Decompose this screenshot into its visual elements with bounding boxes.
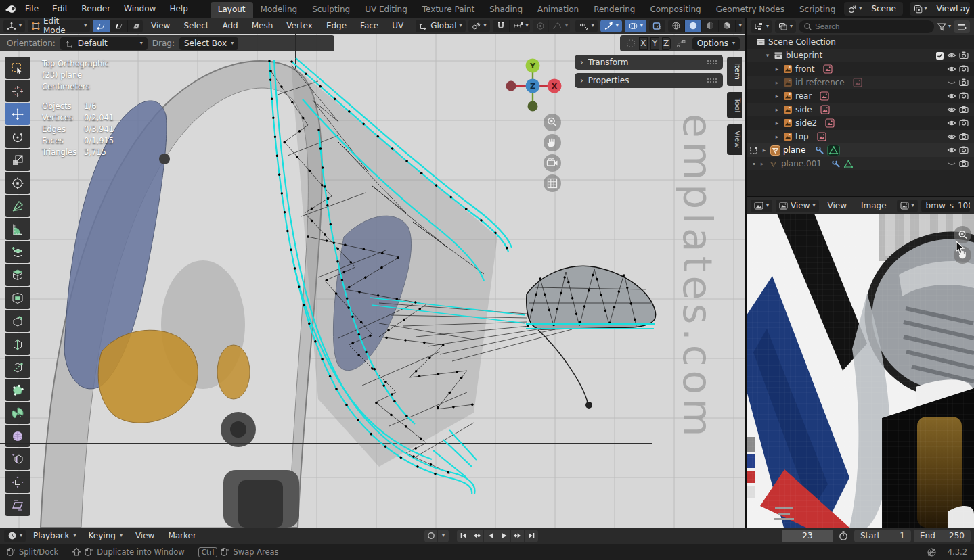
scene-type-dropdown[interactable]: ▾ bbox=[844, 2, 866, 16]
tool-edge-slide[interactable] bbox=[5, 448, 30, 470]
chevron-right-icon[interactable]: ▸ bbox=[759, 160, 766, 167]
eye-icon[interactable] bbox=[947, 64, 956, 74]
start-frame-field[interactable]: Start1 bbox=[854, 530, 911, 542]
menu-face[interactable]: Face bbox=[355, 21, 384, 30]
menu-vertex[interactable]: Vertex bbox=[281, 21, 318, 30]
menu-file[interactable]: File bbox=[19, 3, 45, 15]
tab-tool[interactable]: Tool bbox=[727, 92, 742, 118]
tab-rendering[interactable]: Rendering bbox=[586, 2, 642, 18]
panel-grip-icon[interactable] bbox=[707, 78, 717, 83]
options-dropdown[interactable]: Options ▾ bbox=[692, 37, 740, 50]
tool-extrude-region[interactable] bbox=[5, 264, 30, 286]
tool-loop-cut[interactable] bbox=[5, 333, 30, 355]
menu-render[interactable]: Render bbox=[75, 3, 116, 15]
mode-dropdown[interactable]: Edit Mode ▾ bbox=[28, 20, 90, 32]
orientation-dropdown[interactable]: Global ▾ bbox=[416, 20, 465, 32]
image-browse-dropdown[interactable]: ▾ bbox=[897, 200, 918, 212]
row-top[interactable]: ▸ top bbox=[747, 130, 974, 143]
snap-base-icon[interactable] bbox=[676, 39, 686, 48]
current-frame-field[interactable]: 23 bbox=[782, 530, 833, 542]
chevron-right-icon[interactable]: ▸ bbox=[774, 106, 780, 113]
menu-help[interactable]: Help bbox=[163, 3, 194, 15]
snap-toggle[interactable] bbox=[493, 20, 510, 32]
eye-icon[interactable] bbox=[947, 145, 956, 155]
edge-select-button[interactable] bbox=[110, 20, 128, 32]
tool-rotate[interactable] bbox=[5, 126, 30, 148]
pan-button[interactable] bbox=[544, 134, 561, 151]
outliner-editor-type-dropdown[interactable]: ▾ bbox=[751, 20, 772, 33]
chevron-right-icon[interactable]: ▸ bbox=[774, 66, 780, 72]
end-frame-field[interactable]: End250 bbox=[914, 530, 971, 542]
camera-visibility-icon[interactable] bbox=[959, 118, 969, 128]
image-editor-type-dropdown[interactable]: ▾ bbox=[751, 200, 772, 212]
tool-smooth[interactable] bbox=[5, 425, 30, 447]
menu-select[interactable]: Select bbox=[178, 21, 214, 30]
mirror-y-toggle[interactable]: Y bbox=[650, 37, 659, 50]
tool-knife[interactable] bbox=[5, 356, 30, 378]
tool-spin[interactable] bbox=[5, 402, 30, 424]
menu-marker[interactable]: Marker bbox=[162, 531, 201, 540]
image-editor-canvas[interactable] bbox=[747, 214, 974, 528]
play-reverse-button[interactable] bbox=[484, 530, 497, 542]
filter-dropdown[interactable]: ▾ bbox=[937, 22, 951, 31]
tool-bevel[interactable] bbox=[5, 310, 30, 332]
drag-mode-dropdown[interactable]: Select Box ▾ bbox=[179, 37, 238, 50]
eye-closed-icon[interactable] bbox=[947, 78, 956, 87]
camera-visibility-icon[interactable] bbox=[959, 91, 969, 101]
chevron-right-icon[interactable]: ▸ bbox=[774, 120, 780, 126]
row-scene-collection[interactable]: Scene Collection bbox=[747, 35, 974, 49]
row-side[interactable]: ▸ side bbox=[747, 103, 974, 116]
tab-layout[interactable]: Layout bbox=[211, 2, 253, 18]
eye-icon[interactable] bbox=[947, 118, 956, 128]
shading-solid-button[interactable] bbox=[685, 20, 702, 32]
menu-edge[interactable]: Edge bbox=[321, 21, 352, 30]
shading-wireframe-button[interactable] bbox=[668, 20, 685, 32]
tool-tweak-select[interactable] bbox=[5, 57, 30, 79]
tool-measure[interactable] bbox=[5, 218, 30, 240]
face-select-button[interactable] bbox=[128, 20, 143, 32]
eye-icon[interactable] bbox=[947, 91, 956, 101]
menu-edit[interactable]: Edit bbox=[46, 3, 74, 15]
tab-geometry-nodes[interactable]: Geometry Nodes bbox=[709, 2, 792, 18]
row-plane[interactable]: ▸ plane bbox=[747, 143, 974, 157]
menu-window[interactable]: Window bbox=[118, 3, 162, 15]
tab-compositing[interactable]: Compositing bbox=[642, 2, 708, 18]
camera-view-button[interactable] bbox=[544, 154, 561, 172]
shading-dropdown[interactable]: ▾ bbox=[736, 20, 742, 32]
eye-closed-icon[interactable] bbox=[947, 159, 956, 168]
menu-mesh[interactable]: Mesh bbox=[246, 21, 279, 30]
snap-target-dropdown[interactable]: ▾ bbox=[510, 20, 531, 32]
camera-visibility-icon[interactable] bbox=[959, 105, 969, 114]
menu-uv[interactable]: UV bbox=[386, 21, 409, 30]
chevron-right-icon[interactable]: ▸ bbox=[774, 133, 780, 140]
shading-rendered-button[interactable] bbox=[719, 20, 736, 32]
image-name-field[interactable]: bmw_s_1000_ bbox=[921, 200, 970, 212]
stopwatch-icon[interactable] bbox=[838, 530, 849, 541]
record-button[interactable] bbox=[424, 530, 438, 542]
auto-key-dropdown[interactable]: ▾ bbox=[438, 530, 449, 542]
row-plane-001[interactable]: • ▸ plane.001 bbox=[747, 157, 974, 170]
camera-visibility-icon[interactable] bbox=[959, 145, 969, 155]
properties-panel-header[interactable]: › Properties bbox=[575, 73, 723, 88]
jump-to-end-button[interactable] bbox=[525, 530, 538, 542]
search-input[interactable] bbox=[799, 20, 934, 33]
row-rear[interactable]: ▸ rear bbox=[747, 89, 974, 103]
eye-icon[interactable] bbox=[947, 132, 956, 141]
outliner-display-mode-dropdown[interactable]: ▾ bbox=[775, 20, 796, 33]
eye-icon[interactable] bbox=[947, 105, 956, 114]
tab-shading[interactable]: Shading bbox=[482, 2, 530, 18]
transform-panel-header[interactable]: › Transform bbox=[575, 55, 723, 70]
keying-dropdown[interactable]: Keying▾ bbox=[84, 530, 127, 542]
tool-transform[interactable] bbox=[5, 172, 30, 194]
row-front[interactable]: ▸ front bbox=[747, 62, 974, 76]
tool-cursor[interactable] bbox=[5, 80, 30, 102]
panel-grip-icon[interactable] bbox=[707, 60, 717, 65]
camera-visibility-icon[interactable] bbox=[959, 51, 969, 60]
visibility-dropdown[interactable]: ▾ bbox=[575, 20, 598, 32]
tool-move[interactable] bbox=[5, 103, 30, 125]
chevron-right-icon[interactable]: ▸ bbox=[774, 79, 780, 86]
tab-sculpting[interactable]: Sculpting bbox=[305, 2, 357, 18]
chevron-right-icon[interactable]: ▸ bbox=[761, 147, 768, 154]
tool-shrink-fatten[interactable] bbox=[5, 471, 30, 493]
tab-uv-editing[interactable]: UV Editing bbox=[357, 2, 415, 18]
